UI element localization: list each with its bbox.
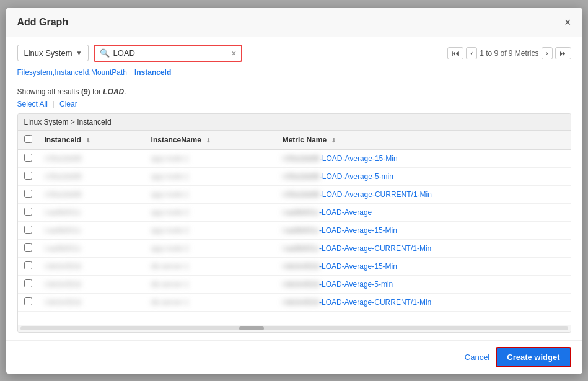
row-checkbox[interactable] <box>24 154 32 162</box>
cancel-button[interactable]: Cancel <box>465 353 489 362</box>
instance-id-header[interactable]: InstanceId ⬇ <box>38 131 145 150</box>
metric-name-cell: i-bb3c002d-LOAD-Average-CURRENT/1-Min <box>276 293 571 311</box>
metric-link[interactable]: i-bb3c002d-LOAD-Average-5-min <box>283 280 393 289</box>
select-all-link[interactable]: Select All <box>17 100 48 108</box>
row-checkbox[interactable] <box>24 261 32 269</box>
row-checkbox[interactable] <box>24 226 32 234</box>
metric-link[interactable]: i-aa9b001c-LOAD-Average <box>283 208 372 217</box>
metric-name-cell: i-aa9b001c-LOAD-Average-15-Min <box>276 221 571 239</box>
select-actions: Select All | Clear <box>17 100 571 108</box>
table-row: i-aa9b001capp-node-2i-aa9b001c-LOAD-Aver… <box>18 203 571 221</box>
instance-name-cell: db-server-1 <box>145 275 276 293</box>
search-clear-button[interactable]: × <box>231 48 236 58</box>
instance-id-value: i-bb3c002d <box>45 280 81 289</box>
modal-footer: Cancel Create widget <box>6 340 582 374</box>
instance-name-cell: db-server-1 <box>145 257 276 275</box>
metric-name-cell: i-bb3c002d-LOAD-Average-15-Min <box>276 257 571 275</box>
instance-name-cell: app-node-1 <box>145 185 276 203</box>
instance-name-value: db-server-1 <box>151 298 189 307</box>
metric-name-cell: i-00a1bb88-LOAD-Average-15-Min <box>276 149 571 167</box>
instance-id-cell: i-bb3c002d <box>38 293 145 311</box>
instance-name-cell: db-server-1 <box>145 293 276 311</box>
last-page-button[interactable]: ⏭ <box>555 47 571 59</box>
add-graph-modal: Add Graph × Linux System ▼ 🔍 × ⏮ ‹ 1 <box>6 8 582 374</box>
instance-name-cell: app-node-1 <box>145 149 276 167</box>
result-info: Showing all results (9) for LOAD. <box>17 87 571 96</box>
metric-link[interactable]: i-bb3c002d-LOAD-Average-CURRENT/1-Min <box>283 298 432 307</box>
instance-id-cell: i-aa9b001c <box>38 203 145 221</box>
sort-icon: ⬇ <box>86 137 90 144</box>
metric-link[interactable]: i-aa9b001c-LOAD-Average-CURRENT/1-Min <box>283 244 432 253</box>
sort-icon-2: ⬇ <box>206 137 211 144</box>
instance-name-cell: app-node-2 <box>145 221 276 239</box>
table-header-row: InstanceId ⬇ InstanceName ⬇ Metric Name … <box>18 131 571 150</box>
clear-link[interactable]: Clear <box>59 100 77 108</box>
instance-id-value: i-aa9b001c <box>45 244 81 253</box>
row-checkbox[interactable] <box>24 297 32 305</box>
select-all-checkbox[interactable] <box>24 135 32 143</box>
first-page-button[interactable]: ⏮ <box>447 47 463 59</box>
instance-id-cell: i-aa9b001c <box>38 221 145 239</box>
close-button[interactable]: × <box>564 17 571 28</box>
filter-tag-0[interactable]: Filesystem,InstanceId,MountPath <box>17 68 127 77</box>
table-row: i-00a1bb88app-node-1i-00a1bb88-LOAD-Aver… <box>18 149 571 167</box>
instance-name-header[interactable]: InstanceName ⬇ <box>145 131 276 150</box>
instance-name-value: app-node-1 <box>151 190 189 199</box>
metric-link[interactable]: i-00a1bb88-LOAD-Average-CURRENT/1-Min <box>283 190 432 199</box>
next-page-button[interactable]: › <box>542 47 553 59</box>
metric-name-cell: i-aa9b001c-LOAD-Average <box>276 203 571 221</box>
table-row: i-00a1bb88app-node-1i-00a1bb88-LOAD-Aver… <box>18 167 571 185</box>
row-checkbox[interactable] <box>24 243 32 252</box>
modal-title: Add Graph <box>17 17 69 28</box>
instance-id-cell: i-bb3c002d <box>38 275 145 293</box>
row-checkbox[interactable] <box>24 190 32 198</box>
instance-name-value: app-node-1 <box>151 172 189 181</box>
metric-name-cell: i-bb3c002d-LOAD-Average-5-min <box>276 275 571 293</box>
metric-link[interactable]: i-bb3c002d-LOAD-Average-15-Min <box>283 262 397 271</box>
search-box: 🔍 × <box>94 45 242 62</box>
sort-icon-3: ⬇ <box>331 137 336 144</box>
pagination-area: ⏮ ‹ 1 to 9 of 9 Metrics › ⏭ <box>447 47 571 59</box>
search-input[interactable] <box>113 48 229 58</box>
chevron-down-icon: ▼ <box>76 50 82 56</box>
prev-page-button[interactable]: ‹ <box>466 47 477 59</box>
metric-name-cell: i-00a1bb88-LOAD-Average-5-min <box>276 167 571 185</box>
table-body: i-00a1bb88app-node-1i-00a1bb88-LOAD-Aver… <box>18 149 571 311</box>
scrollbar-track <box>20 326 568 330</box>
scrollbar-thumb <box>239 326 264 330</box>
instance-id-cell: i-00a1bb88 <box>38 167 145 185</box>
filter-tag-1[interactable]: InstanceId <box>134 68 171 77</box>
metric-name-cell: i-aa9b001c-LOAD-Average-CURRENT/1-Min <box>276 239 571 257</box>
instance-id-cell: i-aa9b001c <box>38 239 145 257</box>
metric-link[interactable]: i-00a1bb88-LOAD-Average-5-min <box>283 172 393 181</box>
metric-link[interactable]: i-aa9b001c-LOAD-Average-15-Min <box>283 226 397 235</box>
table-section: Linux System > InstanceId InstanceId ⬇ I… <box>17 113 571 333</box>
instance-name-value: app-node-1 <box>151 154 189 163</box>
checkbox-header <box>18 131 38 150</box>
instance-id-value: i-00a1bb88 <box>45 172 82 181</box>
modal-header: Add Graph × <box>6 8 582 37</box>
horizontal-scrollbar[interactable] <box>18 325 571 332</box>
instance-name-value: app-node-2 <box>151 226 189 235</box>
table-row: i-00a1bb88app-node-1i-00a1bb88-LOAD-Aver… <box>18 185 571 203</box>
table-row: i-bb3c002ddb-server-1i-bb3c002d-LOAD-Ave… <box>18 257 571 275</box>
instance-id-cell: i-00a1bb88 <box>38 149 145 167</box>
row-checkbox[interactable] <box>24 172 32 180</box>
row-checkbox[interactable] <box>24 279 32 287</box>
pagination-label: 1 to 9 of 9 Metrics <box>480 49 538 58</box>
instance-id-value: i-aa9b001c <box>45 208 81 217</box>
instance-id-cell: i-bb3c002d <box>38 257 145 275</box>
table-row: i-aa9b001capp-node-2i-aa9b001c-LOAD-Aver… <box>18 221 571 239</box>
row-checkbox[interactable] <box>24 208 32 216</box>
create-widget-button[interactable]: Create widget <box>496 347 571 367</box>
instance-name-cell: app-node-2 <box>145 203 276 221</box>
instance-name-value: app-node-2 <box>151 208 189 217</box>
search-row: Linux System ▼ 🔍 × ⏮ ‹ 1 to 9 of 9 Metri… <box>17 45 571 62</box>
metric-link[interactable]: i-00a1bb88-LOAD-Average-15-Min <box>283 154 398 163</box>
instance-id-value: i-00a1bb88 <box>45 154 82 163</box>
metric-name-header[interactable]: Metric Name ⬇ <box>276 131 571 150</box>
system-dropdown[interactable]: Linux System ▼ <box>17 45 89 61</box>
instance-id-value: i-00a1bb88 <box>45 190 82 199</box>
table-container[interactable]: InstanceId ⬇ InstanceName ⬇ Metric Name … <box>18 131 571 325</box>
table-row: i-bb3c002ddb-server-1i-bb3c002d-LOAD-Ave… <box>18 275 571 293</box>
